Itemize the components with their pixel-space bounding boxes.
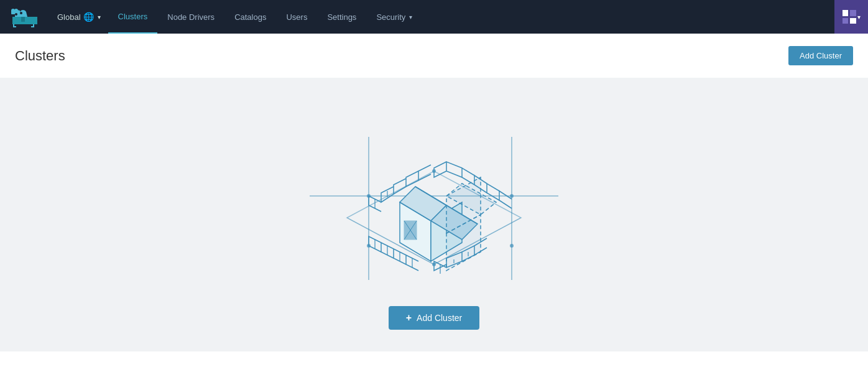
- svg-point-35: [367, 244, 371, 248]
- svg-point-5: [15, 13, 17, 16]
- brand-logo[interactable]: [0, 0, 50, 34]
- nav-node-drivers[interactable]: Node Drivers: [157, 0, 224, 34]
- app-switcher-chevron-icon: ▾: [857, 14, 861, 21]
- page-header: Clusters Add Cluster: [0, 34, 868, 78]
- app-switcher-grid-icon: [843, 10, 856, 24]
- navbar-right: ▾: [834, 0, 868, 34]
- cluster-illustration: [279, 100, 589, 286]
- page-title: Clusters: [15, 48, 65, 64]
- nav-security[interactable]: Security ▾: [366, 0, 422, 34]
- global-chevron-icon: ▾: [98, 14, 101, 21]
- nav-clusters[interactable]: Clusters: [108, 0, 158, 34]
- svg-point-38: [432, 169, 436, 173]
- svg-point-6: [20, 12, 22, 14]
- add-cluster-button-center[interactable]: + Add Cluster: [389, 306, 480, 330]
- svg-point-36: [510, 194, 514, 198]
- add-cluster-button-header[interactable]: Add Cluster: [788, 46, 853, 65]
- nav-users[interactable]: Users: [276, 0, 317, 34]
- globe-icon: 🌐: [83, 12, 94, 22]
- nav-links: Clusters Node Drivers Catalogs Users Set…: [108, 0, 423, 34]
- svg-point-37: [510, 244, 514, 248]
- nav-catalogs[interactable]: Catalogs: [224, 0, 276, 34]
- navbar: Global 🌐 ▾ Clusters Node Drivers Catalog…: [0, 0, 868, 34]
- plus-icon: +: [406, 312, 412, 323]
- global-menu[interactable]: Global 🌐 ▾: [50, 0, 108, 34]
- nav-settings[interactable]: Settings: [317, 0, 366, 34]
- security-chevron-icon: ▾: [409, 14, 412, 21]
- svg-rect-4: [21, 17, 25, 22]
- svg-point-39: [432, 263, 436, 266]
- app-switcher-button[interactable]: ▾: [834, 0, 868, 34]
- empty-state: + Add Cluster: [0, 78, 868, 351]
- svg-point-34: [367, 194, 371, 198]
- rancher-logo-icon: [10, 6, 40, 28]
- global-label: Global: [57, 12, 81, 22]
